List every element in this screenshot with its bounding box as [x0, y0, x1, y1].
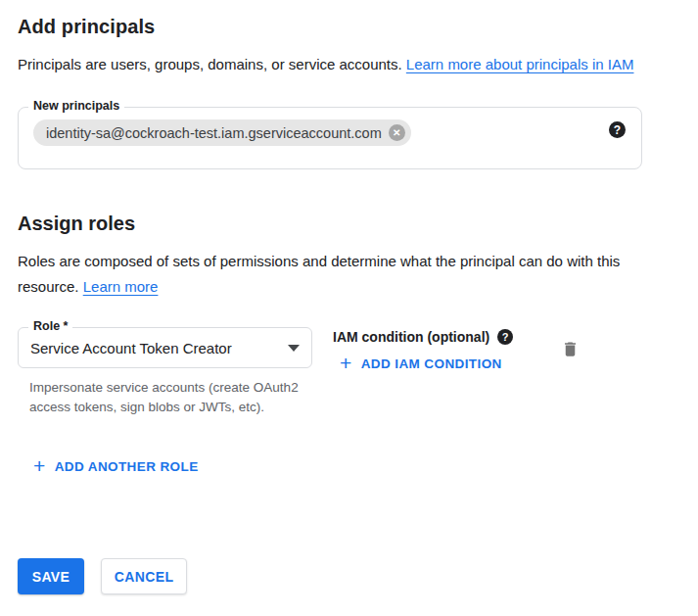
learn-more-roles-link[interactable]: Learn more — [83, 278, 159, 295]
iam-condition-label-row: IAM condition (optional) ? — [333, 329, 513, 345]
learn-more-principals-link[interactable]: Learn more about principals in IAM — [406, 56, 634, 72]
plus-icon: + — [33, 455, 46, 476]
add-principals-panel: Add principals Principals are users, gro… — [0, 0, 698, 478]
role-select-value: Service Account Token Creator — [30, 340, 232, 356]
principal-chip: identity-sa@cockroach-test.iam.gservicea… — [33, 119, 411, 146]
page-title: Add principals — [18, 16, 680, 38]
delete-role-button[interactable] — [559, 337, 582, 361]
plus-icon: + — [340, 353, 352, 373]
iam-condition-label: IAM condition (optional) — [333, 329, 489, 345]
role-row: Role * Service Account Token Creator Imp… — [18, 327, 642, 417]
add-iam-condition-label: ADD IAM CONDITION — [361, 356, 502, 371]
add-another-role-button[interactable]: + ADD ANOTHER ROLE — [33, 456, 199, 477]
roles-description: Roles are composed of sets of permission… — [18, 249, 654, 300]
cancel-button[interactable]: CANCEL — [101, 558, 187, 594]
principal-chip-label: identity-sa@cockroach-test.iam.gservicea… — [46, 125, 382, 141]
new-principals-field-label: New principals — [28, 99, 124, 113]
help-icon[interactable]: ? — [497, 329, 513, 345]
save-button[interactable]: SAVE — [18, 558, 84, 594]
new-principals-field[interactable]: New principals identity-sa@cockroach-tes… — [18, 107, 642, 169]
role-select-label: Role * — [28, 319, 72, 333]
dropdown-arrow-icon — [288, 345, 300, 352]
close-icon[interactable]: ✕ — [389, 124, 405, 141]
iam-condition-column: IAM condition (optional) ? + ADD IAM CON… — [333, 327, 513, 375]
trash-icon — [561, 348, 580, 362]
principals-description: Principals are users, groups, domains, o… — [18, 52, 654, 77]
add-another-role-label: ADD ANOTHER ROLE — [55, 459, 199, 474]
role-select[interactable]: Role * Service Account Token Creator — [18, 327, 312, 368]
role-helper-text: Impersonate service accounts (create OAu… — [18, 378, 302, 417]
principals-description-text: Principals are users, groups, domains, o… — [18, 56, 406, 72]
add-iam-condition-button[interactable]: + ADD IAM CONDITION — [333, 354, 502, 374]
assign-roles-title: Assign roles — [18, 213, 680, 235]
help-icon[interactable]: ? — [609, 121, 626, 138]
dialog-actions: SAVE CANCEL — [18, 558, 187, 594]
role-column: Role * Service Account Token Creator Imp… — [18, 327, 312, 417]
